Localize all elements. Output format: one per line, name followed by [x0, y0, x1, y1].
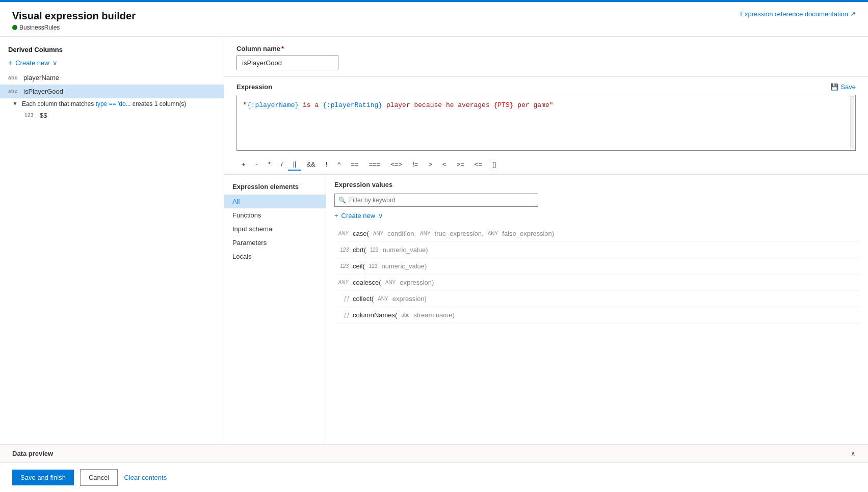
func-item-columnNames[interactable]: [ ] columnNames( abc stream name) — [334, 307, 860, 323]
op-spaceship[interactable]: <=> — [385, 158, 407, 170]
save-icon: 💾 — [830, 83, 838, 91]
data-preview-title: Data preview — [12, 450, 53, 457]
expression-values-panel: Expression values 🔍 + Create new ∨ ANY c… — [326, 175, 868, 444]
create-new-button[interactable]: + Create new ∨ — [0, 57, 224, 71]
plus-icon: + — [8, 59, 12, 67]
func-item-case[interactable]: ANY case( ANY condition, ANY true_expres… — [334, 226, 860, 242]
expression-label: Expression — [236, 83, 272, 91]
pattern-link[interactable]: type == 'do... — [96, 100, 131, 107]
elem-item-input-schema[interactable]: Input schema — [224, 222, 326, 236]
expression-code: "{:playerName} is a {:playerRating} play… — [243, 100, 849, 111]
func-type-123-ceil: 123 — [334, 263, 349, 269]
chevron-down-val-icon: ∨ — [378, 212, 383, 220]
op-lt[interactable]: < — [437, 158, 452, 170]
pattern-sub: 123 $$ — [0, 110, 224, 121]
op-minus[interactable]: - — [251, 158, 263, 170]
func-item-collect[interactable]: [ ] collect( ANY expression) — [334, 291, 860, 307]
chevron-down-pattern-icon: ▼ — [12, 100, 18, 106]
derived-columns-title: Derived Columns — [0, 43, 224, 57]
cancel-button[interactable]: Cancel — [80, 469, 118, 486]
create-new-label: Create new — [15, 59, 49, 67]
business-rules: BusinessRules — [12, 24, 136, 31]
func-item-cbrt[interactable]: 123 cbrt( 123 numeric_value) — [334, 242, 860, 258]
op-divide[interactable]: / — [276, 158, 288, 170]
expression-section: Expression 💾 Save "{:playerName} is a {:… — [224, 77, 868, 155]
search-icon: 🔍 — [338, 197, 346, 204]
expression-editor[interactable]: "{:playerName} is a {:playerRating} play… — [236, 95, 856, 151]
func-item-ceil[interactable]: 123 ceil( 123 numeric_value) — [334, 258, 860, 275]
filter-input[interactable] — [334, 194, 538, 207]
function-list: ANY case( ANY condition, ANY true_expres… — [334, 226, 860, 323]
op-gte[interactable]: >= — [452, 158, 469, 170]
type-badge-abc2: abc — [8, 89, 20, 94]
op-and[interactable]: && — [301, 158, 320, 170]
elem-item-locals[interactable]: Locals — [224, 250, 326, 263]
scrollbar-right[interactable] — [850, 96, 854, 149]
func-item-coalesce[interactable]: ANY coalesce( ANY expression) — [334, 275, 860, 291]
func-type-any-coalesce: ANY — [334, 280, 349, 285]
elem-item-functions[interactable]: Functions — [224, 208, 326, 222]
expr-values-title: Expression values — [334, 181, 860, 188]
column-name-section: Column name* — [224, 37, 868, 77]
chevron-up-icon: ∧ — [851, 450, 856, 457]
pattern-text: Each column that matches type == 'do... … — [22, 100, 186, 107]
op-gt[interactable]: > — [423, 158, 437, 170]
doc-link[interactable]: Expression reference documentation ↗ — [740, 10, 856, 18]
chevron-down-icon: ∨ — [52, 59, 58, 67]
op-plus[interactable]: + — [236, 158, 251, 170]
header: Visual expression builder BusinessRules … — [0, 2, 868, 37]
lower-panel: Expression elements All Functions Input … — [224, 174, 868, 444]
filter-wrap: 🔍 — [334, 194, 860, 207]
save-finish-button[interactable]: Save and finish — [12, 470, 74, 485]
op-multiply[interactable]: * — [263, 158, 276, 170]
op-strict-eq[interactable]: === — [364, 158, 386, 170]
op-or[interactable]: || — [288, 158, 302, 171]
column-name-input[interactable] — [236, 56, 338, 70]
external-link-icon: ↗ — [850, 10, 856, 18]
op-neq[interactable]: != — [407, 158, 423, 170]
type-badge-abc: abc — [8, 75, 20, 80]
func-type-arr-collect: [ ] — [334, 296, 349, 302]
save-expression-button[interactable]: 💾 Save — [830, 83, 856, 91]
sidebar-item-playerName[interactable]: abc playerName — [0, 71, 224, 85]
plus-icon-val: + — [334, 212, 338, 220]
column-name-label: Column name* — [236, 45, 856, 52]
expression-header: Expression 💾 Save — [236, 83, 856, 91]
op-bracket[interactable]: [] — [487, 158, 501, 170]
op-eq[interactable]: == — [346, 158, 363, 170]
data-preview-bar[interactable]: Data preview ∧ — [0, 444, 868, 462]
content-area: Column name* Expression 💾 Save "{:player… — [224, 37, 868, 444]
sidebar: Derived Columns + Create new ∨ abc playe… — [0, 37, 224, 444]
op-lte[interactable]: <= — [469, 158, 487, 170]
op-caret[interactable]: ^ — [332, 158, 346, 170]
clear-contents-button[interactable]: Clear contents — [124, 474, 167, 481]
header-right[interactable]: Expression reference documentation ↗ — [740, 10, 856, 18]
func-type-arr-columnNames: [ ] — [334, 312, 349, 318]
bottom-bar: Save and finish Cancel Clear contents — [0, 462, 868, 492]
elem-item-parameters[interactable]: Parameters — [224, 236, 326, 250]
pattern-sub-name: $$ — [40, 112, 47, 119]
elem-item-all[interactable]: All — [224, 195, 326, 208]
main-content: Derived Columns + Create new ∨ abc playe… — [0, 37, 868, 444]
business-rules-label: BusinessRules — [19, 24, 60, 31]
expression-elements-panel: Expression elements All Functions Input … — [224, 175, 326, 444]
func-type-123: 123 — [334, 247, 349, 253]
sidebar-item-isPlayerGood[interactable]: abc isPlayerGood — [0, 85, 224, 98]
item-name-playerName: playerName — [23, 74, 59, 81]
item-name-isPlayerGood: isPlayerGood — [23, 88, 63, 95]
expr-elements-title: Expression elements — [224, 181, 326, 195]
op-not[interactable]: ! — [321, 158, 333, 170]
operators-bar: + - * / || && ! ^ == === <=> != > < >= <… — [224, 155, 868, 174]
func-type-any: ANY — [334, 231, 349, 236]
create-new-value-button[interactable]: + Create new ∨ — [334, 212, 860, 220]
business-rules-icon — [12, 25, 17, 30]
page-title: Visual expression builder — [12, 10, 136, 22]
header-left: Visual expression builder BusinessRules — [12, 10, 136, 31]
type-badge-123: 123 — [24, 113, 37, 118]
pattern-row: ▼ Each column that matches type == 'do..… — [0, 98, 224, 110]
